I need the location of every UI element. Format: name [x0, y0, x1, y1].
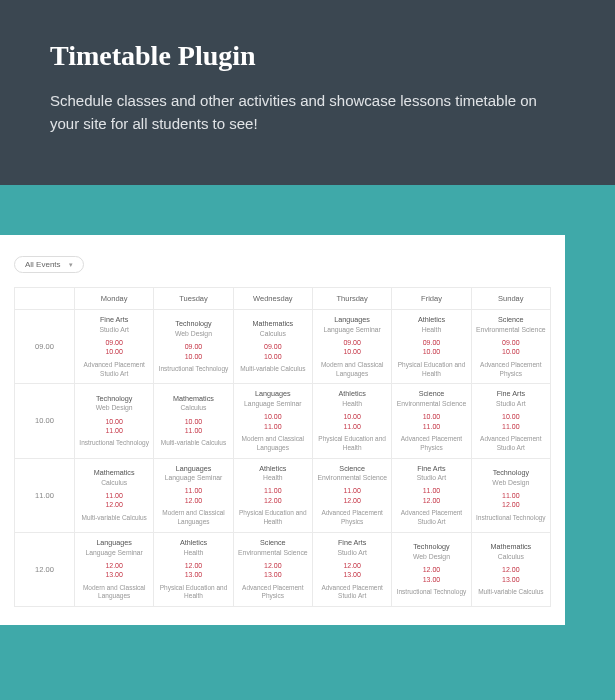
- timetable-slot[interactable]: Fine ArtsStudio Art12.0013.00Advanced Pl…: [312, 532, 391, 606]
- timetable-slot[interactable]: AthleticsHealth09.0010.00Physical Educat…: [392, 310, 471, 384]
- slot-advanced: Physical Education and Health: [156, 584, 230, 602]
- slot-course: Language Seminar: [77, 548, 151, 557]
- slot-course: Language Seminar: [156, 473, 230, 482]
- slot-end-time: 13.00: [236, 570, 310, 579]
- events-filter-select[interactable]: All Events ▾: [14, 256, 84, 273]
- day-header: Monday: [75, 288, 154, 310]
- day-header: Thursday: [312, 288, 391, 310]
- timetable-slot[interactable]: MathematicsCalculus10.0011.00Multi-varia…: [154, 384, 233, 458]
- timetable-row: 11.00MathematicsCalculus11.0012.00Multi-…: [15, 458, 551, 532]
- timetable-row: 09.00Fine ArtsStudio Art09.0010.00Advanc…: [15, 310, 551, 384]
- timetable-slot[interactable]: LanguagesLanguage Seminar09.0010.00Moder…: [312, 310, 391, 384]
- slot-end-time: 12.00: [156, 496, 230, 505]
- slot-subject: Technology: [156, 319, 230, 329]
- timetable-slot[interactable]: AthleticsHealth12.0013.00Physical Educat…: [154, 532, 233, 606]
- slot-course: Calculus: [156, 403, 230, 412]
- timetable-row: 12.00LanguagesLanguage Seminar12.0013.00…: [15, 532, 551, 606]
- slot-advanced: Physical Education and Health: [315, 435, 389, 453]
- slot-course: Language Seminar: [315, 325, 389, 334]
- slot-end-time: 11.00: [77, 426, 151, 435]
- slot-subject: Science: [394, 389, 468, 399]
- slot-start-time: 10.00: [77, 417, 151, 426]
- slot-subject: Languages: [236, 389, 310, 399]
- slot-advanced: Multi-variable Calculus: [474, 588, 548, 597]
- slot-course: Calculus: [236, 329, 310, 338]
- slot-advanced: Physical Education and Health: [394, 361, 468, 379]
- slot-end-time: 12.00: [77, 500, 151, 509]
- slot-subject: Science: [315, 464, 389, 474]
- slot-advanced: Advanced Placement Studio Art: [315, 584, 389, 602]
- day-header: Tuesday: [154, 288, 233, 310]
- slot-end-time: 13.00: [315, 570, 389, 579]
- slot-start-time: 11.00: [156, 486, 230, 495]
- timetable-slot[interactable]: MathematicsCalculus12.0013.00Multi-varia…: [471, 532, 550, 606]
- slot-course: Calculus: [77, 478, 151, 487]
- timetable-header-row: Monday Tuesday Wednesday Thursday Friday…: [15, 288, 551, 310]
- timetable-header-blank: [15, 288, 75, 310]
- slot-subject: Languages: [77, 538, 151, 548]
- slot-start-time: 10.00: [236, 412, 310, 421]
- slot-start-time: 09.00: [77, 338, 151, 347]
- timetable-slot[interactable]: TechnologyWeb Design10.0011.00Instructio…: [75, 384, 154, 458]
- timetable-slot[interactable]: Fine ArtsStudio Art11.0012.00Advanced Pl…: [392, 458, 471, 532]
- timetable-row: 10.00TechnologyWeb Design10.0011.00Instr…: [15, 384, 551, 458]
- slot-end-time: 13.00: [394, 575, 468, 584]
- slot-advanced: Advanced Placement Physics: [474, 361, 548, 379]
- slot-end-time: 10.00: [394, 347, 468, 356]
- day-header: Sunday: [471, 288, 550, 310]
- slot-end-time: 11.00: [156, 426, 230, 435]
- timetable-slot[interactable]: ScienceEnvironmental Science10.0011.00Ad…: [392, 384, 471, 458]
- slot-subject: Athletics: [156, 538, 230, 548]
- timetable-slot[interactable]: ScienceEnvironmental Science09.0010.00Ad…: [471, 310, 550, 384]
- slot-end-time: 12.00: [474, 500, 548, 509]
- slot-advanced: Physical Education and Health: [236, 509, 310, 527]
- slot-start-time: 12.00: [315, 561, 389, 570]
- slot-advanced: Advanced Placement Studio Art: [394, 509, 468, 527]
- slot-course: Web Design: [156, 329, 230, 338]
- slot-advanced: Modern and Classical Languages: [77, 584, 151, 602]
- slot-end-time: 13.00: [156, 570, 230, 579]
- page-title: Timetable Plugin: [50, 40, 565, 72]
- slot-start-time: 12.00: [77, 561, 151, 570]
- timetable-slot[interactable]: LanguagesLanguage Seminar12.0013.00Moder…: [75, 532, 154, 606]
- slot-end-time: 12.00: [236, 496, 310, 505]
- slot-advanced: Advanced Placement Physics: [315, 509, 389, 527]
- slot-start-time: 12.00: [394, 565, 468, 574]
- slot-subject: Mathematics: [77, 468, 151, 478]
- timetable-slot[interactable]: LanguagesLanguage Seminar11.0012.00Moder…: [154, 458, 233, 532]
- slot-advanced: Advanced Placement Studio Art: [77, 361, 151, 379]
- timetable-slot[interactable]: AthleticsHealth11.0012.00Physical Educat…: [233, 458, 312, 532]
- timetable-slot[interactable]: AthleticsHealth10.0011.00Physical Educat…: [312, 384, 391, 458]
- timetable-slot[interactable]: MathematicsCalculus11.0012.00Multi-varia…: [75, 458, 154, 532]
- slot-subject: Technology: [394, 542, 468, 552]
- timetable-slot[interactable]: TechnologyWeb Design11.0012.00Instructio…: [471, 458, 550, 532]
- day-header: Wednesday: [233, 288, 312, 310]
- slot-advanced: Modern and Classical Languages: [236, 435, 310, 453]
- timetable-slot[interactable]: ScienceEnvironmental Science11.0012.00Ad…: [312, 458, 391, 532]
- timetable-slot[interactable]: TechnologyWeb Design12.0013.00Instructio…: [392, 532, 471, 606]
- timetable-slot[interactable]: ScienceEnvironmental Science12.0013.00Ad…: [233, 532, 312, 606]
- slot-end-time: 11.00: [394, 422, 468, 431]
- slot-advanced: Advanced Placement Studio Art: [474, 435, 548, 453]
- slot-start-time: 12.00: [474, 565, 548, 574]
- slot-subject: Mathematics: [474, 542, 548, 552]
- slot-end-time: 12.00: [315, 496, 389, 505]
- slot-advanced: Instructional Technology: [156, 365, 230, 374]
- chevron-down-icon: ▾: [69, 261, 73, 269]
- timetable-slot[interactable]: MathematicsCalculus09.0010.00Multi-varia…: [233, 310, 312, 384]
- timetable-slot[interactable]: Fine ArtsStudio Art10.0011.00Advanced Pl…: [471, 384, 550, 458]
- slot-start-time: 12.00: [236, 561, 310, 570]
- slot-course: Studio Art: [77, 325, 151, 334]
- timetable-slot[interactable]: TechnologyWeb Design09.0010.00Instructio…: [154, 310, 233, 384]
- timetable-slot[interactable]: Fine ArtsStudio Art09.0010.00Advanced Pl…: [75, 310, 154, 384]
- slot-start-time: 11.00: [474, 491, 548, 500]
- slot-course: Studio Art: [315, 548, 389, 557]
- slot-course: Health: [156, 548, 230, 557]
- slot-end-time: 10.00: [315, 347, 389, 356]
- slot-subject: Fine Arts: [394, 464, 468, 474]
- slot-start-time: 09.00: [394, 338, 468, 347]
- slot-course: Environmental Science: [315, 473, 389, 482]
- timetable-slot[interactable]: LanguagesLanguage Seminar10.0011.00Moder…: [233, 384, 312, 458]
- slot-course: Health: [236, 473, 310, 482]
- slot-subject: Fine Arts: [315, 538, 389, 548]
